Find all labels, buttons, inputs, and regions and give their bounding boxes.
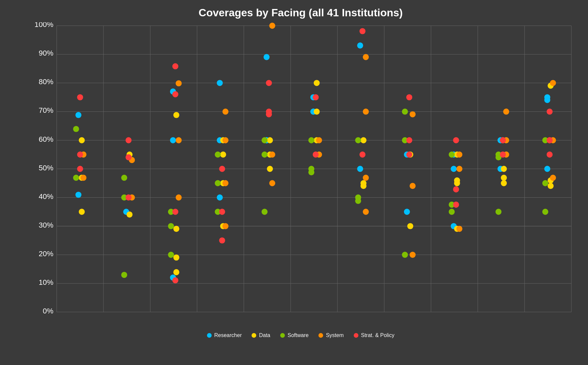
svg-point-167	[501, 166, 507, 172]
legend-item: Strat. & Policy	[354, 332, 394, 338]
svg-text:30%: 30%	[39, 221, 53, 229]
svg-point-88	[223, 137, 229, 143]
svg-point-106	[266, 111, 272, 117]
svg-point-102	[269, 151, 275, 157]
svg-point-119	[313, 151, 319, 157]
svg-point-135	[404, 209, 410, 215]
svg-point-92	[264, 54, 270, 60]
svg-text:90%: 90%	[39, 49, 53, 57]
svg-text:40%: 40%	[39, 192, 53, 200]
svg-point-85	[223, 223, 229, 229]
svg-point-165	[501, 180, 507, 186]
svg-point-43	[81, 175, 87, 181]
svg-point-161	[453, 137, 459, 143]
svg-point-142	[410, 183, 416, 189]
legend-label: Researcher	[214, 332, 242, 338]
svg-point-138	[402, 108, 408, 114]
svg-point-36	[76, 112, 82, 118]
svg-text:10%: 10%	[39, 278, 53, 286]
chart-title: Coverages by Facing (all 41 Institutions…	[27, 7, 575, 19]
svg-point-39	[79, 137, 85, 143]
legend-dot	[252, 333, 256, 338]
legend-item: Researcher	[207, 332, 242, 338]
svg-text:70%: 70%	[39, 106, 53, 114]
svg-point-71	[172, 63, 178, 69]
svg-point-55	[125, 154, 131, 160]
svg-point-112	[314, 108, 320, 114]
svg-point-129	[363, 108, 369, 114]
svg-point-75	[217, 194, 223, 200]
legend-label: Data	[259, 332, 270, 338]
svg-point-118	[313, 94, 319, 100]
svg-point-63	[173, 112, 179, 118]
svg-point-156	[449, 209, 455, 215]
svg-point-45	[77, 94, 83, 100]
svg-point-73	[172, 277, 178, 283]
svg-point-183	[542, 209, 548, 215]
svg-point-56	[125, 137, 131, 143]
legend-dot	[280, 333, 285, 338]
svg-point-62	[173, 269, 179, 275]
chart-area: 100% 90% 80% 70% 60% 50% 40% 30% 20% 10%…	[27, 22, 575, 329]
svg-point-65	[168, 252, 174, 258]
svg-point-76	[217, 80, 223, 86]
svg-point-96	[267, 166, 273, 172]
svg-point-100	[262, 137, 268, 143]
legend-label: System	[326, 332, 343, 338]
svg-point-176	[500, 137, 506, 143]
svg-point-130	[363, 175, 369, 181]
svg-point-115	[308, 169, 314, 175]
legend-dot	[354, 333, 358, 338]
svg-point-103	[269, 23, 275, 29]
chart-svg: 100% 90% 80% 70% 60% 50% 40% 30% 20% 10%…	[27, 22, 575, 329]
svg-point-89	[219, 166, 225, 172]
svg-point-127	[355, 137, 361, 143]
svg-point-187	[550, 80, 556, 86]
svg-point-41	[73, 175, 79, 181]
svg-point-64	[173, 226, 179, 232]
svg-point-50	[121, 272, 127, 278]
chart-container: Coverages by Facing (all 41 Institutions…	[0, 0, 588, 365]
svg-point-126	[355, 198, 361, 204]
svg-point-123	[360, 183, 366, 189]
svg-point-82	[215, 151, 221, 157]
legend-dot	[318, 333, 323, 338]
svg-point-146	[406, 151, 412, 157]
svg-point-101	[269, 180, 275, 186]
svg-point-87	[223, 180, 229, 186]
chart-legend: ResearcherDataSoftwareSystemStrat. & Pol…	[207, 332, 394, 338]
svg-point-116	[316, 137, 322, 143]
svg-point-133	[359, 151, 365, 157]
svg-point-124	[360, 137, 366, 143]
svg-point-74	[172, 209, 178, 215]
svg-point-121	[357, 166, 363, 172]
svg-point-128	[363, 54, 369, 60]
svg-point-79	[220, 151, 226, 157]
svg-point-136	[407, 223, 413, 229]
svg-rect-0	[27, 22, 575, 329]
svg-point-83	[215, 180, 221, 186]
legend-dot	[207, 333, 212, 338]
svg-text:20%: 20%	[39, 250, 53, 258]
svg-point-131	[363, 209, 369, 215]
legend-item: System	[318, 332, 343, 338]
svg-point-48	[126, 212, 132, 218]
svg-text:60%: 60%	[39, 135, 53, 143]
svg-point-104	[266, 80, 272, 86]
svg-point-120	[357, 42, 363, 48]
svg-point-157	[456, 226, 462, 232]
svg-point-69	[176, 137, 182, 143]
svg-point-35	[76, 192, 82, 198]
svg-point-180	[548, 183, 554, 189]
svg-point-191	[547, 137, 553, 143]
svg-point-170	[495, 209, 501, 215]
svg-point-38	[79, 209, 85, 215]
svg-point-44	[77, 151, 83, 157]
legend-item: Data	[252, 332, 270, 338]
svg-point-171	[503, 108, 509, 114]
svg-point-91	[219, 209, 225, 215]
svg-point-184	[542, 180, 548, 186]
svg-text:50%: 50%	[39, 163, 53, 172]
svg-point-166	[501, 175, 507, 181]
svg-point-179	[544, 166, 550, 172]
